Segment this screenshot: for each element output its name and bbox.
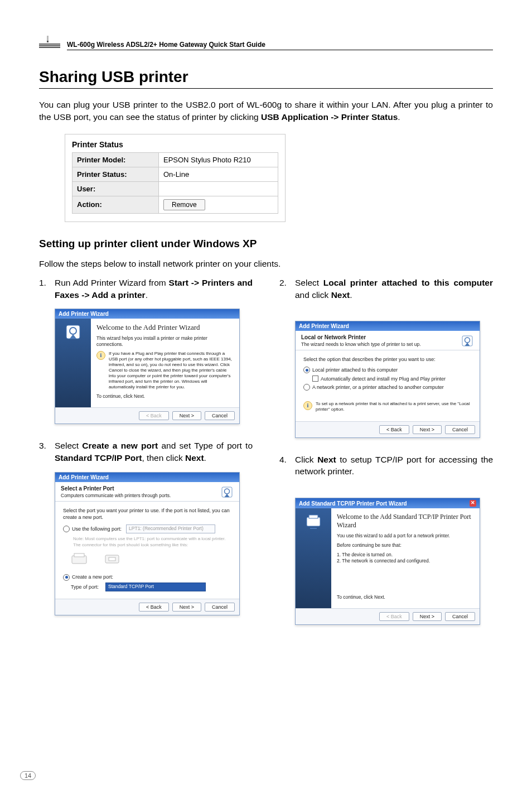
step-2: 2. Select Local printer attached to this… (279, 277, 493, 301)
ps-value-action: Remove (158, 196, 278, 213)
checkbox-autodetect-label: Automatically detect and install my Plug… (321, 376, 446, 383)
ps-label-status: Printer Status: (72, 167, 159, 181)
wizard3-cancel-button[interactable]: Cancel (205, 603, 235, 612)
wizard-tcpip-port: Add Standard TCP/IP Printer Port Wizard … (295, 498, 480, 625)
wizard2-info-text: To set up a network printer that is not … (316, 401, 472, 412)
step-3-pre: Select (55, 441, 82, 450)
wizard2-cancel-button[interactable]: Cancel (445, 425, 475, 434)
wizard2-head-sub: The wizard needs to know which type of p… (301, 341, 421, 347)
wizard1-next-button[interactable]: Next > (172, 411, 201, 420)
wizard4-titlebar: Add Standard TCP/IP Printer Port Wizard … (296, 498, 480, 508)
wizard3-back-button[interactable]: < Back (139, 603, 169, 612)
svg-rect-16 (309, 515, 318, 518)
radio-network-printer[interactable] (303, 384, 310, 391)
wizard-local-or-network: Add Printer Wizard Local or Network Prin… (295, 321, 480, 437)
intro-text-bold: USB Application -> Printer Status (261, 112, 398, 122)
svg-rect-3 (47, 36, 49, 41)
wizard-add-printer-welcome: Add Printer Wizard Welcome to the Add Pr… (55, 309, 240, 424)
remove-button[interactable]: Remove (163, 199, 205, 210)
radio-local-printer[interactable] (303, 367, 310, 373)
step-2-pre: Select (295, 278, 323, 287)
page-header-bar: WL-600g Wireless ADSL2/2+ Home Gateway Q… (39, 36, 493, 50)
wizard3-titlebar: Add Printer Wizard (55, 473, 239, 482)
ps-label-action: Action: (72, 196, 159, 213)
wizard2-back-button[interactable]: < Back (379, 425, 409, 434)
wizard1-sub: This wizard helps you install a printer … (96, 335, 234, 348)
step-3-mid2: , then click (142, 453, 185, 463)
wizard2-next-button[interactable]: Next > (413, 425, 442, 434)
wizard4-b1: 1. The device is turned on. (337, 552, 474, 558)
wizard1-heading: Welcome to the Add Printer Wizard (96, 323, 234, 332)
ps-value-user (158, 181, 278, 196)
step-4-pre: Click (295, 455, 317, 464)
svg-rect-4 (47, 41, 49, 42)
radio-create-port[interactable] (63, 574, 70, 581)
title-rule (39, 88, 493, 89)
step-1-post: . (146, 290, 148, 300)
printer-status-title: Printer Status (72, 140, 278, 149)
step-3-post: . (204, 453, 206, 463)
wizard2-titlebar: Add Printer Wizard (296, 321, 480, 331)
wizard4-next-button[interactable]: Next > (413, 612, 442, 621)
radio-use-port[interactable] (63, 526, 70, 532)
info-icon: i (303, 401, 312, 410)
svg-rect-1 (39, 45, 60, 46)
intro-paragraph: You can plug your USB printer to the USB… (39, 99, 493, 124)
wizard3-title-text: Add Printer Wizard (59, 474, 109, 480)
wizard1-back-button: < Back (139, 411, 169, 420)
step-1-num: 1. (39, 277, 55, 301)
step-3: 3. Select Create a new port and set Type… (39, 440, 253, 464)
section-heading: Setting up printer client under Windows … (39, 238, 493, 250)
ps-value-status: On-Line (158, 167, 278, 181)
step-3-bold3: Next (185, 453, 204, 463)
step-4-bold: Next (317, 455, 336, 464)
port-dropdown: LPT1: (Recommended Printer Port) (126, 524, 215, 533)
wizard4-b2: 2. The network is connected and configur… (337, 558, 474, 564)
radio-network-printer-label: A network printer, or a printer attached… (312, 384, 444, 391)
step-2-num: 2. (279, 277, 295, 301)
step-3-bold: Create a new port (82, 441, 158, 450)
wizard4-cancel-button[interactable]: Cancel (445, 612, 475, 621)
wizard4-back-button: < Back (379, 612, 409, 621)
wizard3-note: Note: Most computers use the LPT1: port … (73, 536, 231, 548)
wizard2-lead: Select the option that describes the pri… (303, 356, 472, 363)
type-of-port-dropdown[interactable]: Standard TCP/IP Port (105, 583, 206, 591)
close-icon[interactable]: ✕ (470, 500, 476, 507)
page-number: 14 (20, 771, 36, 780)
wizard1-titlebar: Add Printer Wizard (55, 309, 239, 319)
ps-label-model: Printer Model: (72, 152, 159, 167)
svg-rect-0 (39, 44, 60, 45)
svg-rect-12 (109, 557, 115, 561)
step-1: 1. Run Add Printer Wizard from Start -> … (39, 277, 253, 301)
ps-value-model: EPSON Stylus Photo R210 (158, 152, 278, 167)
printer-icon (220, 485, 234, 499)
step-3-num: 3. (39, 440, 55, 464)
wizard3-next-button[interactable]: Next > (172, 603, 201, 612)
checkbox-autodetect[interactable] (312, 376, 318, 382)
info-icon: i (96, 351, 105, 360)
wizard1-title-text: Add Printer Wizard (59, 311, 109, 317)
wizard4-side-graphic (296, 508, 331, 608)
printer-icon (461, 334, 474, 348)
brand-icon (39, 36, 65, 50)
wizard2-title-text: Add Printer Wizard (299, 323, 349, 329)
wizard4-before: Before continuing be sure that: (337, 542, 474, 548)
step-2-mid: and click (295, 290, 331, 300)
wizard4-title-text: Add Standard TCP/IP Printer Port Wizard (299, 500, 407, 507)
svg-rect-2 (39, 47, 60, 48)
radio-use-port-label: Use the following port: (72, 526, 122, 533)
wizard2-head-title: Local or Network Printer (301, 334, 421, 340)
step-4-num: 4. (279, 454, 295, 478)
step-2-bold: Local printer attached to this computer (323, 278, 493, 287)
step-3-mid: and set Type of port to (158, 441, 253, 450)
ps-label-user: User: (72, 181, 159, 196)
doc-title: WL-600g Wireless ADSL2/2+ Home Gateway Q… (67, 41, 493, 50)
printer-status-table: Printer Model: EPSON Stylus Photo R210 P… (72, 152, 278, 214)
wizard3-head-sub: Computers communicate with printers thro… (61, 493, 171, 498)
wizard1-side-graphic (55, 319, 91, 407)
wizard-select-port: Add Printer Wizard Select a Printer Port… (55, 472, 240, 615)
step-2-bold2: Next (331, 290, 350, 300)
printer-status-panel: Printer Status Printer Model: EPSON Styl… (65, 134, 286, 222)
connector-diagram (71, 552, 231, 567)
wizard1-cancel-button[interactable]: Cancel (205, 411, 235, 420)
